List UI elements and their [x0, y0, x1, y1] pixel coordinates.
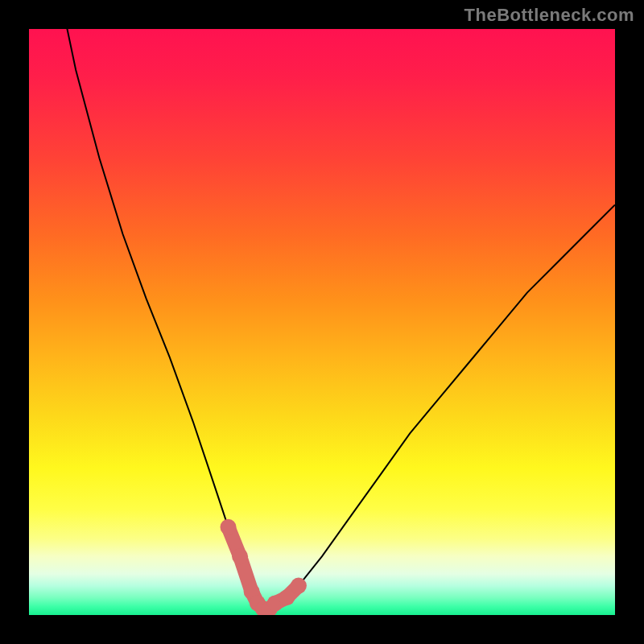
optimal-point	[291, 578, 307, 594]
chart-frame: TheBottleneck.com	[0, 0, 644, 644]
optimal-range-dots	[221, 519, 307, 615]
curve-layer	[29, 29, 615, 615]
optimal-point	[279, 589, 295, 605]
watermark-text: TheBottleneck.com	[464, 5, 634, 26]
plot-area	[29, 29, 615, 615]
optimal-point	[232, 548, 248, 564]
bottleneck-curve	[52, 29, 615, 609]
optimal-point	[221, 519, 237, 535]
